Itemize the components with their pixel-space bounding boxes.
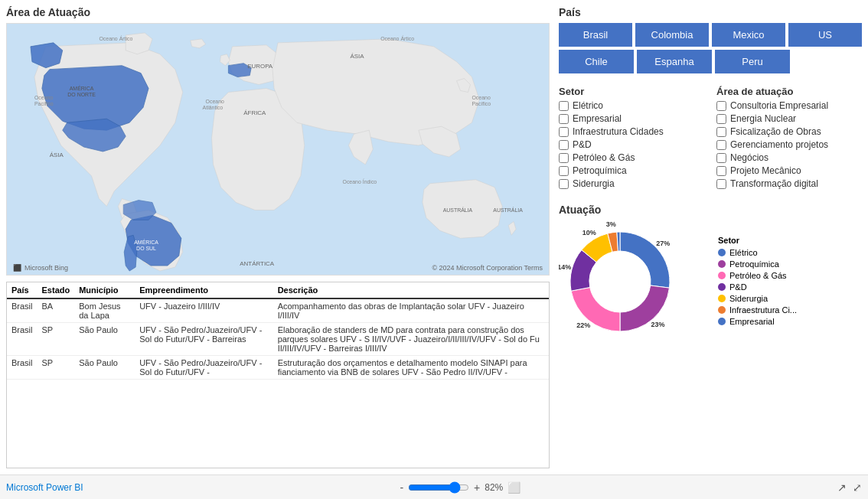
- legend-label-2: Petróleo & Gás: [729, 271, 787, 280]
- setor-checkbox-4[interactable]: [559, 153, 569, 163]
- map-container[interactable]: ÁSIA ÁSIA ÁFRICA EUROPA AMÉRICA DO NORTE…: [6, 23, 550, 276]
- zoom-slider[interactable]: [408, 481, 469, 494]
- main-container: Área de Atuação: [0, 0, 868, 499]
- area-checkbox-3[interactable]: [716, 140, 726, 150]
- col-empreendimento: Empreendimento: [135, 282, 272, 298]
- donut-chart: 27%23%22%14%10%3%: [559, 220, 712, 343]
- cell-pais: Brasil: [7, 323, 38, 356]
- btn-us[interactable]: US: [788, 23, 862, 47]
- cell-empreendimento: UFV - São Pedro/Juazeiro/UFV - Sol do Fu…: [135, 323, 272, 356]
- svg-text:Oceano: Oceano: [206, 99, 224, 104]
- svg-text:AUSTRÁLIA: AUSTRÁLIA: [493, 207, 523, 213]
- cell-empreendimento: UFV - Juazeiro I/III/IV: [135, 298, 272, 323]
- cell-empreendimento: UFV - São Pedro/Juazeiro/UFV - Sol do Fu…: [135, 356, 272, 380]
- setor-checkbox-5[interactable]: [559, 166, 569, 176]
- chart-wrapper: 27%23%22%14%10%3% Setor ElétricoPetroquí…: [559, 220, 862, 343]
- pais-title: País: [559, 6, 862, 18]
- setor-label-6: Siderurgia: [573, 178, 615, 189]
- share-btn[interactable]: ↗: [837, 481, 847, 494]
- donut-label-5: 3%: [606, 220, 616, 228]
- setor-checkbox-6[interactable]: [559, 179, 569, 189]
- legend-dot-5: [718, 306, 726, 314]
- svg-text:Pacífico: Pacífico: [472, 101, 491, 106]
- btn-colombia[interactable]: Colombia: [635, 23, 709, 47]
- donut-label-2: 22%: [576, 321, 590, 329]
- legend-item-6: Empresarial: [718, 317, 797, 326]
- table-row: BrasilSPSão PauloUFV - São Pedro/Juazeir…: [7, 323, 549, 356]
- svg-text:Oceano Ártico: Oceano Ártico: [380, 35, 414, 41]
- col-pais: País: [7, 282, 38, 298]
- cell-municipio: São Paulo: [74, 356, 135, 380]
- area-checkbox-6[interactable]: [716, 179, 726, 189]
- area-checkbox-0[interactable]: [716, 101, 726, 111]
- setor-checkbox-0[interactable]: [559, 101, 569, 111]
- svg-text:AMÉRICA: AMÉRICA: [70, 85, 94, 91]
- fit-screen-btn[interactable]: ⬜: [507, 481, 520, 494]
- powerbi-link[interactable]: Microsoft Power BI: [6, 482, 83, 493]
- table-row: BrasilBABom Jesus da LapaUFV - Juazeiro …: [7, 298, 549, 323]
- area-checkbox-4[interactable]: [716, 153, 726, 163]
- setor-label-2: Infraestrutura Cidades: [573, 126, 664, 137]
- donut-label-1: 23%: [651, 321, 665, 328]
- legend-label-3: P&D: [729, 282, 747, 292]
- zoom-plus-btn[interactable]: +: [474, 481, 480, 494]
- area-checkbox-5[interactable]: [716, 166, 726, 176]
- donut-label-3: 14%: [559, 263, 571, 271]
- btn-peru[interactable]: Peru: [715, 50, 790, 73]
- cell-estado: BA: [38, 298, 75, 323]
- cell-estado: SP: [38, 356, 75, 380]
- cell-municipio: Bom Jesus da Lapa: [74, 298, 135, 323]
- area-item[interactable]: Gerenciamento projetos: [716, 139, 862, 150]
- area-item[interactable]: Consultoria Empresarial: [716, 100, 862, 111]
- donut-label-0: 27%: [656, 240, 670, 247]
- setor-item[interactable]: Petroquímica: [559, 165, 704, 176]
- area-item[interactable]: Energia Nuclear: [716, 113, 862, 124]
- cell-descricao: Estruturação dos orçamentos e detalhamen…: [273, 356, 549, 380]
- btn-mexico[interactable]: Mexico: [712, 23, 785, 47]
- btn-chile[interactable]: Chile: [559, 50, 634, 73]
- area-label-5: Projeto Mecânico: [730, 165, 801, 176]
- area-label-0: Consultoria Empresarial: [730, 100, 828, 111]
- btn-brasil[interactable]: Brasil: [559, 23, 632, 47]
- setor-checkboxes: ElétricoEmpresarialInfraestrutura Cidade…: [559, 100, 704, 189]
- cell-estado: SP: [38, 323, 75, 356]
- legend-label-6: Empresarial: [729, 317, 775, 326]
- area-item[interactable]: Fsicalização de Obras: [716, 126, 862, 137]
- svg-text:Atlântico: Atlântico: [203, 105, 224, 110]
- setor-checkbox-2[interactable]: [559, 127, 569, 137]
- legend-label-4: Siderurgia: [729, 294, 768, 303]
- setor-label-1: Empresarial: [573, 113, 622, 124]
- svg-text:Pacífico: Pacífico: [34, 101, 54, 106]
- setor-item[interactable]: Empresarial: [559, 113, 704, 124]
- area-item[interactable]: Projeto Mecânico: [716, 165, 862, 176]
- col-municipio: Município: [74, 282, 135, 298]
- setor-item[interactable]: Elétrico: [559, 100, 704, 111]
- zoom-minus-btn[interactable]: -: [400, 481, 403, 494]
- top-section: Área de Atuação: [0, 0, 868, 475]
- setor-item[interactable]: P&D: [559, 139, 704, 150]
- btn-espanha[interactable]: Espanha: [637, 50, 712, 73]
- setor-item[interactable]: Petróleo & Gás: [559, 152, 704, 163]
- donut-label-4: 10%: [582, 229, 596, 236]
- expand-btn[interactable]: ⤢: [853, 481, 862, 494]
- svg-text:DO SUL: DO SUL: [136, 246, 156, 251]
- area-checkbox-2[interactable]: [716, 127, 726, 137]
- setor-item[interactable]: Infraestrutura Cidades: [559, 126, 704, 137]
- map-copyright: © 2024 Microsoft Corporation Terms: [432, 264, 543, 272]
- legend-item-2: Petróleo & Gás: [718, 271, 797, 280]
- setor-col: Setor ElétricoEmpresarialInfraestrutura …: [559, 86, 704, 191]
- area-item[interactable]: Transformação digital: [716, 178, 862, 189]
- area-label-3: Gerenciamento projetos: [730, 139, 828, 150]
- area-item[interactable]: Negócios: [716, 152, 862, 163]
- setor-checkbox-1[interactable]: [559, 114, 569, 124]
- area-checkbox-1[interactable]: [716, 114, 726, 124]
- map-title: Área de Atuação: [6, 6, 550, 18]
- setor-checkbox-3[interactable]: [559, 140, 569, 150]
- setor-item[interactable]: Siderurgia: [559, 178, 704, 189]
- legend-label-0: Elétrico: [729, 248, 758, 257]
- filters-section: Setor ElétricoEmpresarialInfraestrutura …: [559, 86, 862, 191]
- area-label-2: Fsicalização de Obras: [730, 126, 821, 137]
- setor-label-0: Elétrico: [573, 100, 603, 111]
- col-estado: Estado: [38, 282, 75, 298]
- svg-text:EUROPA: EUROPA: [247, 63, 273, 70]
